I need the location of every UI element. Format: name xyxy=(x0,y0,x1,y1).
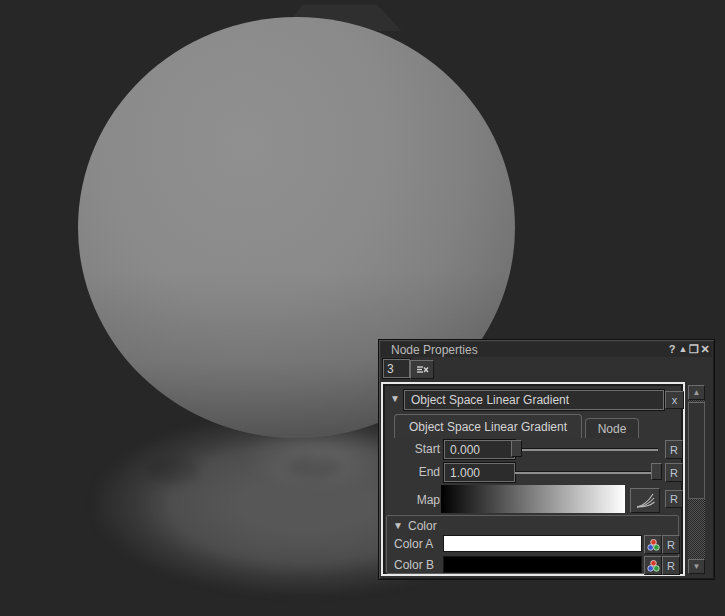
end-slider-track[interactable] xyxy=(515,471,658,474)
start-input[interactable]: 0.000 xyxy=(444,440,515,459)
collapse-window-icon[interactable]: ▲ xyxy=(678,343,688,356)
color-a-swatch[interactable] xyxy=(443,535,642,552)
remove-node-button[interactable]: x xyxy=(665,391,684,409)
edit-lines-icon xyxy=(416,365,429,374)
shadow-smudge xyxy=(148,458,200,484)
node-collapse-icon[interactable]: ▼ xyxy=(390,393,400,404)
map-gradient-strip[interactable] xyxy=(441,485,625,513)
color-b-picker-button[interactable] xyxy=(644,556,662,575)
start-slider-handle[interactable] xyxy=(511,440,522,457)
node-title-field: Object Space Linear Gradient xyxy=(404,390,664,410)
color-section-title: Color xyxy=(408,519,437,533)
edit-node-button[interactable] xyxy=(410,360,434,379)
color-section: ▼ Color Color A R Color B xyxy=(386,515,679,574)
help-icon[interactable]: ? xyxy=(667,343,677,356)
color-b-swatch[interactable] xyxy=(443,556,642,573)
map-curves-button[interactable] xyxy=(630,488,660,513)
start-slider[interactable] xyxy=(511,440,662,458)
scrollbar-thumb[interactable] xyxy=(688,402,705,499)
scroll-up-button[interactable]: ▲ xyxy=(688,385,705,400)
tab-node[interactable]: Node xyxy=(585,418,639,438)
end-slider[interactable] xyxy=(511,463,662,481)
map-label: Map xyxy=(383,493,440,507)
color-a-reset-button[interactable]: R xyxy=(662,535,680,554)
start-reset-button[interactable]: R xyxy=(665,440,683,459)
panel-title: Node Properties xyxy=(391,343,478,357)
node-properties-panel: Node Properties ? ▲ ❐ ✕ ▼ Object Space L… xyxy=(378,339,715,580)
close-icon[interactable]: ✕ xyxy=(700,343,710,356)
scroll-down-button[interactable]: ▼ xyxy=(688,559,705,574)
curves-icon xyxy=(635,493,655,508)
end-reset-button[interactable]: R xyxy=(665,463,683,482)
tab-object-space-linear-gradient[interactable]: Object Space Linear Gradient xyxy=(394,414,582,438)
color-a-picker-button[interactable] xyxy=(644,535,662,554)
color-b-reset-button[interactable]: R xyxy=(662,556,680,575)
restore-icon[interactable]: ❐ xyxy=(689,343,699,356)
end-input[interactable]: 1.000 xyxy=(444,463,515,482)
node-index-input[interactable] xyxy=(383,359,410,378)
rgb-triangle-icon xyxy=(647,560,660,572)
color-b-label: Color B xyxy=(394,558,434,572)
rgb-triangle-icon xyxy=(647,539,660,551)
end-slider-handle[interactable] xyxy=(651,463,662,480)
panel-scrollbar[interactable]: ▲ ▼ xyxy=(688,385,705,574)
node-subpanel: ▼ Object Space Linear Gradient x Object … xyxy=(381,382,685,576)
panel-titlebar[interactable]: Node Properties ? ▲ ❐ ✕ xyxy=(381,342,712,357)
color-collapse-icon[interactable]: ▼ xyxy=(393,520,403,531)
shadow-smudge xyxy=(288,456,340,478)
map-reset-button[interactable]: R xyxy=(665,490,683,508)
end-label: End xyxy=(383,465,440,479)
start-label: Start xyxy=(383,442,440,456)
start-slider-track[interactable] xyxy=(515,448,658,451)
color-a-label: Color A xyxy=(394,537,433,551)
titlebar-icons: ? ▲ ❐ ✕ xyxy=(667,343,712,356)
